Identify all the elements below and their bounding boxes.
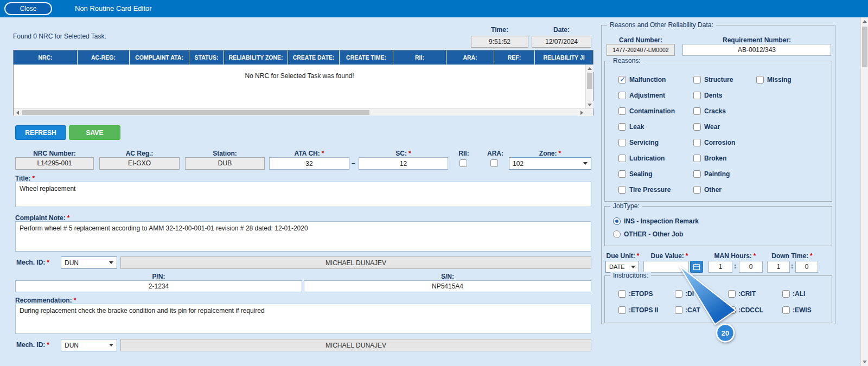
checkbox-leak[interactable] — [618, 123, 626, 131]
instructions-legend: Instrucitons: — [610, 272, 651, 279]
sc-input[interactable] — [359, 157, 448, 170]
close-button[interactable]: Close — [4, 2, 52, 15]
checkbox-sealing[interactable] — [618, 170, 626, 178]
refresh-button[interactable]: REFRESH — [15, 125, 66, 140]
chevron-down-icon — [583, 162, 588, 165]
mech-id-select[interactable]: DUN — [61, 256, 117, 269]
column-header-status: STATUS: — [189, 50, 224, 65]
recommendation-textarea[interactable]: During replacement check the bracke cond… — [15, 304, 591, 334]
ac-reg-field: EI-GXO — [99, 157, 180, 170]
label-corrosion: Corrosion — [704, 139, 735, 147]
sn-label: S/N: — [304, 273, 591, 280]
rii-checkbox[interactable] — [459, 159, 467, 167]
down-time-hours-input[interactable] — [767, 261, 790, 273]
table-scroll-left-button[interactable] — [14, 109, 21, 116]
nrc-number-field: L14295-001 — [15, 157, 94, 170]
scroll-right-icon — [580, 111, 583, 115]
due-value-input[interactable] — [643, 261, 689, 273]
calendar-icon — [693, 263, 700, 271]
checkbox-cracks[interactable] — [693, 107, 701, 115]
checkbox-cdccl[interactable] — [728, 306, 736, 314]
man-hours-label: MAN Hours:* — [707, 252, 763, 260]
table-scroll-up-button[interactable] — [586, 65, 593, 72]
label-broken: Broken — [704, 155, 726, 163]
checkbox-etops-ii[interactable] — [618, 306, 626, 314]
label-other-job: OTHER - Other Job — [624, 230, 683, 239]
checkbox-other[interactable] — [693, 186, 701, 194]
checkbox-painting[interactable] — [693, 170, 701, 178]
checkbox-missing[interactable] — [756, 76, 764, 84]
jobtype-legend: JobType: — [610, 202, 642, 210]
down-time-label: Down Time:* — [766, 252, 818, 260]
label-ewis: :EWIS — [793, 306, 812, 314]
scroll-up-icon — [588, 67, 592, 70]
column-header-nrc: NRC: — [14, 50, 78, 65]
checkbox-contamination[interactable] — [618, 107, 626, 115]
checkbox-servicing[interactable] — [618, 139, 626, 146]
chevron-down-icon — [631, 266, 635, 268]
man-minutes-input[interactable] — [739, 261, 763, 273]
table-hscroll-thumb[interactable] — [22, 110, 369, 115]
due-unit-label: Due Unit:* — [602, 252, 643, 260]
label-missing: Missing — [767, 76, 792, 84]
label-malfunction: Malfunction — [629, 76, 666, 84]
complaint-note-label: Complaint Note:* — [15, 214, 69, 222]
ata-ch-input[interactable] — [269, 157, 349, 170]
checkbox-broken[interactable] — [693, 155, 701, 162]
checkbox-crit[interactable] — [728, 290, 736, 298]
label-dents: Dents — [704, 92, 722, 100]
checkbox-structure[interactable] — [693, 76, 701, 84]
checkbox-tire-pressure[interactable] — [618, 186, 626, 194]
card-number-field: 1477-202407-LM0002 — [607, 44, 675, 56]
due-value-label: Due Value:* — [647, 252, 692, 260]
checkbox-wear[interactable] — [693, 123, 701, 131]
ac-reg-label: AC Reg.: — [99, 150, 180, 157]
man-hours-input[interactable] — [709, 261, 732, 273]
ara-checkbox[interactable] — [490, 159, 498, 167]
man-hours-colon: : — [734, 262, 736, 270]
label-cdccl: :CDCCL — [738, 306, 763, 314]
table-scroll-right-button[interactable] — [578, 109, 585, 116]
page-scroll-up-button[interactable] — [861, 17, 868, 25]
down-time-minutes-input[interactable] — [795, 261, 818, 273]
checkbox-ali[interactable] — [782, 290, 790, 298]
due-unit-select[interactable]: DATE — [605, 261, 639, 273]
rii-label: RII: — [456, 150, 472, 157]
empty-table-message: No NRC for Selected Task was found! — [14, 72, 585, 80]
table-vertical-scrollbar[interactable] — [585, 65, 593, 108]
table-scroll-down-button[interactable] — [586, 101, 593, 108]
mech-id2-select[interactable]: DUN — [61, 339, 117, 351]
pn-input[interactable] — [15, 280, 302, 292]
label-leak: Leak — [629, 123, 644, 131]
checkbox-di[interactable] — [675, 290, 682, 298]
requirement-number-input[interactable] — [682, 44, 831, 56]
radio-ins[interactable] — [613, 217, 621, 225]
table-vscroll-thumb[interactable] — [587, 73, 592, 89]
page-scroll-down-button[interactable] — [861, 358, 868, 366]
page-vscroll-thumb[interactable] — [862, 27, 867, 67]
complaint-note-textarea[interactable]: Perform wheel # 5 replacement according … — [15, 221, 591, 252]
checkbox-corrosion[interactable] — [693, 139, 701, 146]
checkbox-malfunction[interactable] — [618, 76, 626, 84]
checkbox-etops[interactable] — [618, 290, 626, 298]
non-routine-card-editor-window: Close Non Routine Card Editor Found 0 NR… — [0, 0, 868, 366]
radio-other-job[interactable] — [613, 230, 621, 238]
save-button[interactable]: SAVE — [69, 125, 120, 140]
label-painting: Painting — [704, 170, 730, 178]
column-header-ara: ARA: — [446, 50, 494, 65]
calendar-button[interactable] — [690, 261, 703, 273]
checkbox-ewis[interactable] — [782, 306, 790, 314]
checkbox-lubrication[interactable] — [618, 155, 626, 162]
jobtype-fieldset: JobType: — [604, 206, 832, 246]
mech-id-select-value: DUN — [61, 259, 109, 267]
checkbox-cat[interactable] — [675, 306, 682, 314]
pn-label: P/N: — [15, 273, 302, 280]
scroll-down-icon — [863, 361, 867, 363]
page-vertical-scrollbar[interactable] — [860, 17, 868, 366]
zone-select[interactable]: 102 — [509, 157, 591, 170]
checkbox-adjustment[interactable] — [618, 92, 626, 99]
table-horizontal-scrollbar[interactable] — [14, 108, 593, 115]
sn-input[interactable] — [304, 280, 591, 292]
title-textarea[interactable]: Wheel replacement — [15, 182, 591, 207]
checkbox-dents[interactable] — [693, 92, 701, 99]
